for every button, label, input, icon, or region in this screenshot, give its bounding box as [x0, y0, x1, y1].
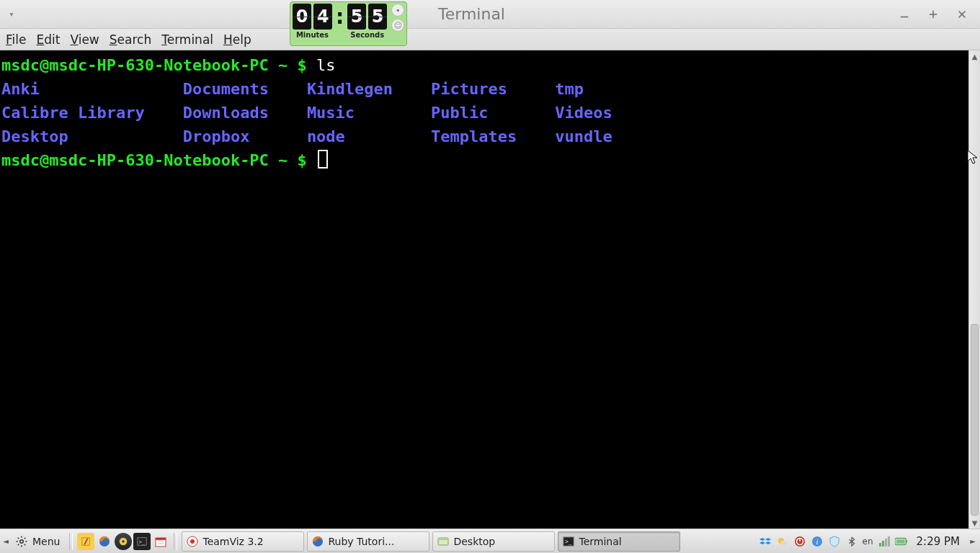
- task-label: Terminal: [579, 536, 621, 547]
- terminal-icon: >_: [563, 536, 574, 547]
- svg-line-12: [18, 544, 19, 545]
- timer-status-dot-1[interactable]: •: [391, 4, 404, 17]
- ql-notes-icon[interactable]: [77, 533, 94, 550]
- task-terminal[interactable]: >_ Terminal: [558, 531, 680, 552]
- close-button[interactable]: [956, 8, 968, 21]
- taskbar-left-arrow[interactable]: ◄: [1, 537, 10, 545]
- menu-edit[interactable]: Edit: [36, 32, 60, 47]
- file-manager-icon: [437, 536, 449, 547]
- teamviz-icon: [187, 536, 198, 547]
- updates-tray-icon[interactable]: i: [811, 535, 824, 548]
- svg-text:>_: >_: [565, 539, 572, 545]
- dropbox-tray-icon[interactable]: [759, 535, 772, 548]
- scrollbar-vertical[interactable]: ▲ ▼: [968, 50, 980, 529]
- svg-point-26: [190, 539, 195, 544]
- bluetooth-tray-icon[interactable]: [845, 535, 858, 548]
- svg-line-13: [24, 537, 26, 539]
- shield-tray-icon[interactable]: [828, 535, 841, 548]
- svg-rect-42: [888, 536, 890, 547]
- timer-seconds-label: Seconds: [350, 31, 384, 39]
- task-desktop[interactable]: Desktop: [432, 531, 555, 552]
- timer-status-dot-2[interactable]: ☺: [391, 19, 404, 32]
- svg-rect-41: [885, 539, 887, 547]
- app-menu-button[interactable]: ▾: [0, 0, 23, 28]
- svg-rect-22: [156, 538, 166, 540]
- quicklaunch: >_: [77, 533, 169, 550]
- menu-view[interactable]: View: [70, 32, 99, 47]
- system-tray: i en 2:29 PM ►: [759, 535, 979, 548]
- gear-icon: [15, 535, 28, 548]
- scroll-thumb[interactable]: [971, 324, 979, 516]
- minimize-button[interactable]: [898, 8, 911, 21]
- scroll-up-icon[interactable]: ▲: [969, 50, 980, 62]
- timer-seconds-ones: 5: [368, 4, 387, 30]
- keyboard-layout-indicator[interactable]: en: [863, 535, 873, 548]
- svg-rect-39: [879, 543, 881, 547]
- maximize-button[interactable]: [927, 8, 940, 21]
- svg-rect-44: [906, 540, 907, 543]
- menu-search[interactable]: Search: [110, 32, 151, 47]
- svg-text:>_: >_: [139, 539, 146, 544]
- scroll-down-icon[interactable]: ▼: [969, 517, 980, 529]
- network-tray-icon[interactable]: [878, 535, 891, 548]
- window-title: Terminal: [438, 5, 505, 23]
- weather-tray-icon[interactable]: [776, 535, 789, 548]
- taskbar-right-arrow[interactable]: ►: [968, 537, 977, 545]
- keyboard-layout-label: en: [863, 536, 873, 547]
- ql-media-icon[interactable]: [115, 533, 132, 550]
- task-label: Ruby Tutori...: [328, 536, 394, 547]
- menu-help[interactable]: Help: [223, 32, 251, 47]
- task-label: Desktop: [453, 536, 495, 547]
- timer-colon: :: [332, 4, 347, 29]
- battery-tray-icon[interactable]: [895, 535, 908, 548]
- svg-point-5: [20, 539, 24, 543]
- timer-minutes-ones: 4: [313, 4, 332, 30]
- svg-rect-29: [438, 538, 448, 540]
- window-titlebar: ▾ 0 4 Minutes : 5 5 Seconds • ☺ Terminal: [0, 0, 980, 29]
- start-menu-label: Menu: [32, 536, 60, 547]
- menu-terminal[interactable]: Terminal: [161, 32, 213, 47]
- clock[interactable]: 2:29 PM: [912, 535, 964, 548]
- svg-point-18: [122, 540, 125, 543]
- separator: [69, 533, 73, 550]
- terminal-viewport[interactable]: msdc@msdc-HP-630-Notebook-PC ~ $ ls Anki…: [0, 50, 968, 529]
- svg-line-11: [24, 544, 26, 545]
- start-menu-button[interactable]: Menu: [10, 532, 68, 551]
- ql-terminal-icon[interactable]: >_: [133, 533, 151, 550]
- svg-point-33: [780, 541, 788, 545]
- svg-line-10: [18, 537, 19, 539]
- separator: [174, 533, 177, 550]
- firefox-icon: [312, 536, 324, 547]
- pomodoro-timer-widget[interactable]: 0 4 Minutes : 5 5 Seconds • ☺: [290, 1, 407, 46]
- task-teamviz[interactable]: TeamViz 3.2: [182, 531, 304, 552]
- svg-rect-45: [896, 539, 904, 543]
- svg-text:i: i: [816, 537, 818, 546]
- timer-minutes-label: Minutes: [296, 31, 329, 39]
- timer-seconds-tens: 5: [347, 4, 366, 30]
- svg-rect-40: [882, 541, 884, 547]
- task-firefox[interactable]: Ruby Tutori...: [307, 531, 429, 552]
- task-label: TeamViz 3.2: [202, 536, 263, 547]
- ql-calendar-icon[interactable]: [152, 533, 169, 550]
- taskbar: ◄ Menu >_ TeamViz 3.2: [0, 529, 980, 553]
- shutdown-tray-icon[interactable]: [793, 535, 806, 548]
- mouse-cursor-icon: [967, 150, 979, 166]
- timer-minutes-tens: 0: [293, 4, 311, 30]
- menu-file[interactable]: File: [6, 32, 26, 47]
- menubar: File Edit View Search Terminal Help: [0, 29, 980, 50]
- task-list: TeamViz 3.2 Ruby Tutori... Desktop >_ Te…: [182, 531, 680, 552]
- ql-firefox-icon[interactable]: [96, 533, 113, 550]
